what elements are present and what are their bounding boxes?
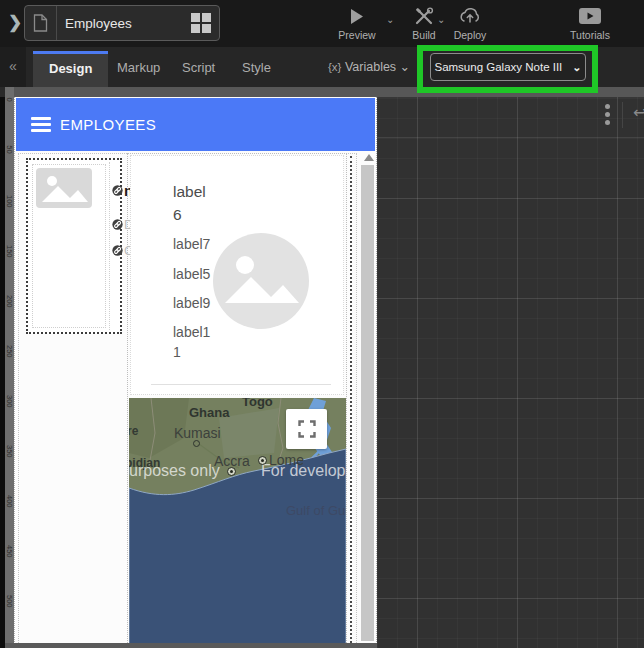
vertical-scrollbar[interactable] (361, 165, 374, 641)
menu-icon[interactable] (31, 117, 51, 132)
undo-arrow-icon[interactable]: ↩ (633, 103, 644, 122)
tab-script[interactable]: Script (166, 51, 231, 87)
binding-link-icon (112, 219, 123, 230)
device-selector[interactable]: Samsung Galaxy Note III ⌄ (430, 53, 586, 81)
canvas-grid-background (377, 87, 644, 648)
bottom-scrollbar-strip[interactable] (5, 643, 377, 648)
map-water-label: Gulf of Gui (286, 503, 346, 518)
card-divider (151, 384, 331, 385)
map-edge-label: re (129, 424, 138, 438)
map-city-label: Kumasi (174, 425, 221, 441)
deploy-cloud-icon (448, 5, 492, 27)
preview-button[interactable]: Preview (334, 5, 380, 41)
top-toolbar: ❯ Employees Preview ⌄ Build ⌄ (0, 0, 644, 47)
detail-label[interactable]: label7 (173, 234, 210, 254)
map-country-label: Togo (242, 398, 273, 409)
map-marker (258, 456, 267, 465)
image-placeholder-icon (36, 168, 92, 208)
play-icon (334, 5, 380, 27)
employee-detail-card[interactable]: label 6 label7 label5 label9 label1 1 (130, 155, 344, 395)
phone-design-canvas[interactable]: EMPLOYEES n (14, 96, 377, 648)
employee-list-item[interactable]: n D C (26, 158, 122, 334)
page-title: Employees (57, 16, 191, 31)
google-map[interactable]: Togo Ghana Kumasi Accra Lome re bidjan u… (129, 398, 346, 648)
map-marker (227, 467, 236, 476)
preview-caret-icon[interactable]: ⌄ (386, 14, 394, 25)
variables-icon: {x} (328, 61, 341, 73)
page-selector[interactable]: Employees (24, 5, 220, 41)
variables-dropdown[interactable]: {x} Variables ⌄ (328, 59, 410, 74)
detail-label[interactable]: label5 (173, 264, 210, 284)
tab-style[interactable]: Style (226, 51, 287, 87)
pages-grid-icon[interactable] (191, 13, 211, 33)
tutorials-video-icon (566, 5, 614, 27)
binding-link-icon (112, 245, 123, 256)
scroll-up-icon[interactable] (364, 154, 374, 161)
detail-label[interactable]: label1 1 (173, 322, 210, 363)
map-marker (193, 440, 200, 447)
detail-label[interactable]: label9 (173, 293, 210, 313)
avatar-placeholder-icon (213, 233, 309, 329)
tutorials-button[interactable]: Tutorials (566, 5, 614, 41)
app-header[interactable]: EMPLOYEES (16, 98, 375, 151)
horizontal-ruler (5, 87, 644, 97)
detail-label[interactable]: label 6 (173, 180, 206, 227)
expand-panel-icon[interactable]: ❯ (8, 13, 22, 33)
more-options-icon[interactable] (601, 101, 613, 131)
selection-right-edge (350, 156, 352, 647)
map-watermark: For develop (261, 462, 346, 480)
map-watermark: urposes only (129, 462, 220, 480)
chevron-down-icon: ⌄ (572, 61, 581, 74)
tab-design[interactable]: Design (33, 51, 108, 87)
fullscreen-icon (298, 420, 316, 438)
map-country-label: Ghana (189, 405, 229, 420)
toolbar-divider (622, 102, 623, 128)
collapse-left-icon[interactable]: « (0, 47, 26, 87)
map-fullscreen-button[interactable] (286, 409, 327, 449)
app-header-title: EMPLOYEES (60, 116, 156, 133)
page-file-icon (25, 6, 57, 40)
vertical-ruler: 0 50 100 150 200 250 300 350 400 450 500 (5, 87, 14, 648)
deploy-button[interactable]: Deploy (448, 5, 492, 41)
build-caret-icon[interactable]: ⌄ (437, 14, 445, 25)
column-divider (109, 162, 110, 330)
binding-link-icon (112, 185, 123, 196)
list-item-image-container[interactable] (32, 164, 106, 328)
